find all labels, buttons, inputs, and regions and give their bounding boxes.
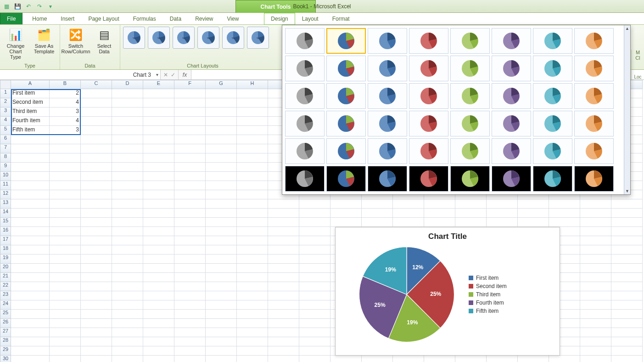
cell[interactable]	[237, 199, 268, 209]
cell[interactable]	[580, 218, 611, 227]
row-header[interactable]: 2	[0, 98, 11, 107]
cell[interactable]	[174, 227, 206, 236]
cell[interactable]	[580, 337, 611, 346]
cell[interactable]	[299, 273, 330, 282]
cell[interactable]	[268, 291, 299, 300]
tab-file[interactable]: File	[0, 12, 22, 24]
row-header[interactable]: 9	[0, 163, 11, 172]
cell[interactable]	[611, 236, 643, 245]
cell[interactable]	[143, 199, 174, 209]
cell[interactable]	[174, 273, 206, 282]
cell[interactable]	[268, 328, 299, 337]
chart-style-thumb[interactable]	[368, 111, 407, 136]
cell[interactable]	[174, 218, 206, 227]
cell[interactable]	[206, 89, 237, 98]
row-header[interactable]: 8	[0, 153, 11, 163]
row-header[interactable]: 23	[0, 291, 11, 300]
switch-row-column-button[interactable]: 🔀 Switch Row/Column	[63, 27, 89, 55]
cell[interactable]	[81, 199, 112, 209]
column-header[interactable]: D	[112, 80, 143, 89]
row-header[interactable]: 5	[0, 126, 11, 135]
cell[interactable]	[580, 356, 611, 362]
excel-icon[interactable]: ▦	[2, 2, 11, 11]
cell[interactable]	[174, 89, 206, 98]
cell[interactable]	[330, 218, 362, 227]
cell[interactable]	[174, 282, 206, 291]
cell[interactable]	[112, 181, 143, 190]
cell[interactable]	[11, 218, 50, 227]
fx-icon[interactable]: fx	[179, 70, 191, 79]
cell[interactable]	[487, 356, 518, 362]
chart-style-thumb[interactable]	[326, 83, 366, 109]
cell[interactable]	[237, 328, 268, 337]
cell[interactable]	[580, 291, 611, 300]
cell[interactable]	[50, 209, 81, 218]
cell[interactable]	[611, 218, 643, 227]
chart-style-thumb[interactable]	[574, 28, 614, 54]
row-header[interactable]: 21	[0, 273, 11, 282]
cell[interactable]	[81, 337, 112, 346]
cell[interactable]	[143, 209, 174, 218]
cell[interactable]	[112, 337, 143, 346]
cell[interactable]	[580, 227, 611, 236]
cell[interactable]	[112, 310, 143, 319]
chart-style-thumb[interactable]	[533, 28, 572, 54]
cell[interactable]	[174, 337, 206, 346]
cell[interactable]	[112, 107, 143, 117]
change-chart-type-button[interactable]: 📊 Change Chart Type	[3, 27, 28, 61]
legend-item[interactable]: Second item	[469, 283, 507, 289]
cell[interactable]	[11, 144, 50, 153]
cell[interactable]	[174, 190, 206, 199]
cell[interactable]	[174, 107, 206, 117]
cell[interactable]	[81, 153, 112, 163]
column-header[interactable]: B	[50, 80, 81, 89]
cell[interactable]	[143, 135, 174, 144]
cell[interactable]	[611, 273, 643, 282]
cell[interactable]	[50, 291, 81, 300]
cell[interactable]	[268, 337, 299, 346]
save-icon[interactable]: 💾	[13, 2, 22, 11]
cell[interactable]	[11, 282, 50, 291]
cell[interactable]	[580, 346, 611, 356]
cell[interactable]	[112, 264, 143, 273]
chart-style-thumb[interactable]	[285, 56, 325, 81]
cell[interactable]	[143, 190, 174, 199]
cell[interactable]	[206, 218, 237, 227]
cell[interactable]	[174, 144, 206, 153]
cell[interactable]	[299, 319, 330, 328]
cell[interactable]: Fourth item	[11, 117, 50, 126]
cell[interactable]	[299, 209, 330, 218]
cell[interactable]	[50, 163, 81, 172]
cell[interactable]	[143, 319, 174, 328]
cell[interactable]	[112, 135, 143, 144]
chart-title[interactable]: Chart Title	[340, 232, 555, 241]
legend-item[interactable]: Third item	[469, 291, 507, 298]
cell[interactable]	[112, 218, 143, 227]
cell[interactable]	[580, 282, 611, 291]
cell[interactable]	[299, 255, 330, 264]
row-header[interactable]: 13	[0, 199, 11, 209]
row-header[interactable]: 15	[0, 218, 11, 227]
cell[interactable]	[143, 144, 174, 153]
cell[interactable]	[174, 310, 206, 319]
redo-icon[interactable]: ↷	[35, 2, 44, 11]
cell[interactable]	[268, 300, 299, 310]
cell[interactable]	[81, 89, 112, 98]
cell[interactable]	[299, 346, 330, 356]
column-header[interactable]: G	[206, 80, 237, 89]
cell[interactable]	[268, 227, 299, 236]
row-header[interactable]: 7	[0, 144, 11, 153]
cell[interactable]	[268, 209, 299, 218]
cell[interactable]	[424, 209, 455, 218]
chart-style-thumb[interactable]	[450, 138, 490, 164]
cell[interactable]	[237, 236, 268, 245]
cell[interactable]	[611, 356, 643, 362]
row-header[interactable]: 17	[0, 236, 11, 245]
chart-layout-thumb[interactable]: %	[197, 27, 219, 49]
cell[interactable]	[237, 107, 268, 117]
enter-icon[interactable]: ✓	[171, 72, 175, 78]
cell[interactable]	[174, 153, 206, 163]
cell[interactable]	[11, 172, 50, 181]
cell[interactable]	[299, 282, 330, 291]
cell[interactable]	[11, 153, 50, 163]
